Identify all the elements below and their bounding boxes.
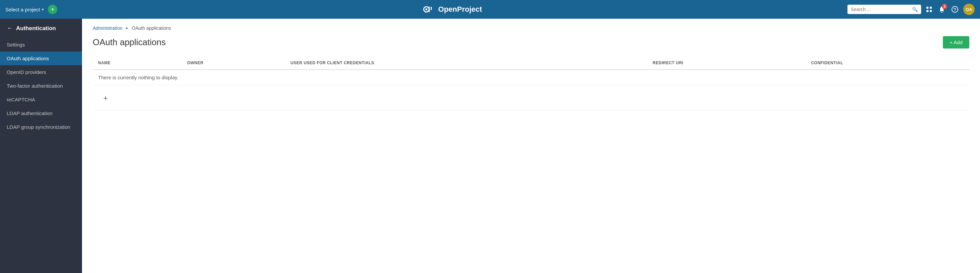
page-title: OAuth applications bbox=[93, 37, 165, 48]
svg-rect-4 bbox=[926, 7, 929, 9]
add-row: + bbox=[93, 85, 969, 110]
main-content: Administration ► OAuth applications OAut… bbox=[82, 19, 980, 273]
grid-icon bbox=[926, 6, 932, 13]
add-row-cell: + bbox=[93, 85, 969, 110]
app-name: OpenProject bbox=[438, 5, 482, 14]
notifications-button[interactable]: 3 bbox=[937, 4, 947, 14]
add-project-button[interactable]: + bbox=[48, 5, 57, 14]
svg-rect-2 bbox=[429, 7, 430, 12]
sidebar-nav: Settings OAuth applications OpenID provi… bbox=[0, 38, 82, 134]
breadcrumb: Administration ► OAuth applications bbox=[93, 25, 969, 31]
table-header-row: NAME OWNER USER USED FOR CLIENT CREDENTI… bbox=[93, 57, 969, 70]
col-name: NAME bbox=[93, 57, 182, 70]
breadcrumb-separator: ► bbox=[125, 26, 129, 30]
col-confidential: CONFIDENTIAL bbox=[806, 57, 969, 70]
col-user-credentials: USER USED FOR CLIENT CREDENTIALS bbox=[285, 57, 647, 70]
oauth-applications-table: NAME OWNER USER USED FOR CLIENT CREDENTI… bbox=[93, 57, 969, 110]
search-input[interactable] bbox=[851, 7, 909, 12]
top-navigation: Select a project ▾ + OpenProject 🔍 bbox=[0, 0, 980, 19]
nav-right-actions: 🔍 3 ? OA bbox=[848, 4, 975, 15]
help-button[interactable]: ? bbox=[950, 4, 960, 14]
sidebar-item-ldap-sync[interactable]: LDAP group synchronization bbox=[0, 120, 82, 134]
help-icon: ? bbox=[951, 6, 959, 13]
notification-badge: 3 bbox=[942, 4, 947, 9]
chevron-down-icon: ▾ bbox=[42, 7, 44, 12]
svg-rect-5 bbox=[930, 7, 932, 9]
add-row-button[interactable]: + bbox=[98, 91, 113, 105]
logo-icon bbox=[423, 5, 435, 14]
svg-point-1 bbox=[425, 8, 427, 10]
app-logo: OpenProject bbox=[61, 5, 843, 14]
empty-message: There is currently nothing to display. bbox=[93, 70, 969, 85]
breadcrumb-parent-link[interactable]: Administration bbox=[93, 25, 123, 31]
modules-button[interactable] bbox=[924, 5, 934, 14]
empty-message-row: There is currently nothing to display. bbox=[93, 70, 969, 85]
project-selector[interactable]: Select a project ▾ bbox=[5, 7, 44, 13]
sidebar-item-recaptcha[interactable]: reCAPTCHA bbox=[0, 93, 82, 106]
svg-text:?: ? bbox=[953, 7, 956, 12]
sidebar: ← Authentication Settings OAuth applicat… bbox=[0, 19, 82, 273]
sidebar-item-ldap-auth[interactable]: LDAP authentication bbox=[0, 106, 82, 120]
search-box[interactable]: 🔍 bbox=[848, 5, 921, 14]
page-header: OAuth applications + Add bbox=[93, 36, 969, 49]
col-redirect-uri: REDIRECT URI bbox=[647, 57, 806, 70]
avatar[interactable]: OA bbox=[963, 4, 975, 15]
svg-rect-3 bbox=[431, 7, 432, 10]
sidebar-item-settings[interactable]: Settings bbox=[0, 38, 82, 52]
svg-rect-7 bbox=[930, 10, 932, 12]
add-button[interactable]: + Add bbox=[943, 36, 969, 49]
project-selector-label: Select a project bbox=[5, 7, 40, 13]
sidebar-item-oauth-applications[interactable]: OAuth applications bbox=[0, 52, 82, 65]
sidebar-item-openid-providers[interactable]: OpenID providers bbox=[0, 65, 82, 79]
col-owner: OWNER bbox=[182, 57, 285, 70]
svg-rect-6 bbox=[926, 10, 929, 12]
sidebar-header: ← Authentication bbox=[0, 19, 82, 38]
table-body: There is currently nothing to display. + bbox=[93, 70, 969, 110]
sidebar-title: Authentication bbox=[16, 25, 56, 32]
sidebar-item-two-factor[interactable]: Two-factor authentication bbox=[0, 79, 82, 93]
search-icon: 🔍 bbox=[912, 7, 918, 12]
breadcrumb-current: OAuth applications bbox=[132, 25, 171, 31]
svg-rect-8 bbox=[941, 12, 942, 13]
page-layout: ← Authentication Settings OAuth applicat… bbox=[0, 19, 980, 273]
sidebar-back-button[interactable]: ← bbox=[7, 25, 13, 32]
table-header: NAME OWNER USER USED FOR CLIENT CREDENTI… bbox=[93, 57, 969, 70]
